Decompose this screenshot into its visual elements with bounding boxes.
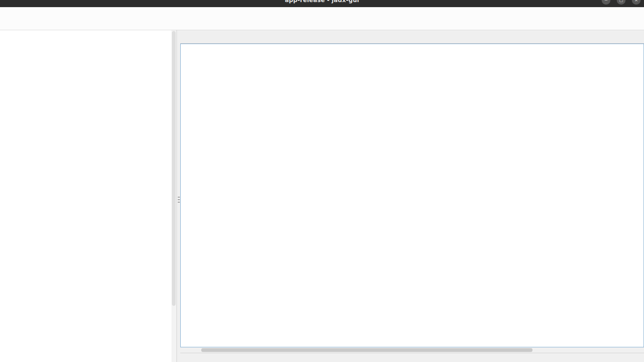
minimize-button[interactable]: ─ [602, 0, 610, 5]
maximize-button[interactable]: ▢ [617, 0, 626, 5]
splitter-grip-icon [178, 196, 180, 204]
close-button[interactable]: ✕ [632, 0, 641, 5]
project-tree-panel [0, 30, 180, 362]
tree-scrollbar[interactable] [171, 30, 177, 362]
window-title: app-release - jadx-gui [0, 0, 644, 3]
toolbar [0, 18, 644, 30]
editor-tab-strip [180, 30, 644, 44]
view-mode-bar [180, 353, 644, 362]
title-bar: app-release - jadx-gui ─▢✕ [0, 0, 644, 7]
code-editor[interactable] [180, 44, 644, 347]
editor-hscrollbar-thumb[interactable] [201, 348, 532, 352]
tree-scrollbar-thumb[interactable] [172, 31, 176, 306]
editor-panel [180, 30, 644, 362]
menu-bar [0, 7, 644, 18]
editor-hscrollbar[interactable] [180, 347, 644, 353]
project-tree [0, 30, 180, 31]
window-controls: ─▢✕ [602, 0, 641, 5]
panel-splitter[interactable] [177, 30, 180, 362]
